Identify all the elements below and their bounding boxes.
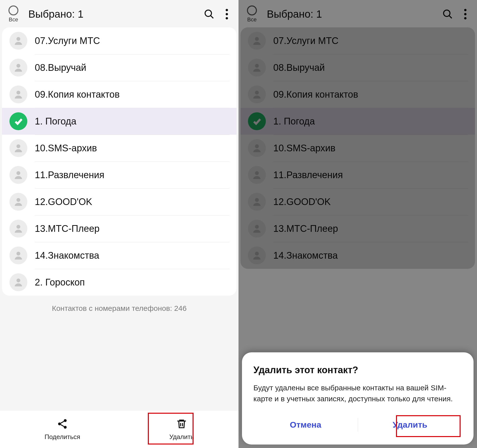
contact-name: 13.МТС-Плеер — [35, 223, 100, 234]
contact-name: 12.GOOD'OK — [273, 197, 331, 207]
select-all-label: Все — [9, 16, 18, 23]
confirm-delete-dialog: Удалить этот контакт? Будут удалены все … — [242, 352, 474, 445]
svg-point-26 — [255, 171, 259, 175]
contacts-counter: Контактов с номерами телефонов: 246 — [0, 296, 238, 318]
svg-point-3 — [226, 13, 228, 15]
contact-name: 12.GOOD'OK — [35, 197, 92, 207]
select-all-toggle[interactable]: Все — [8, 5, 18, 23]
contact-row[interactable]: 11.Развлечения — [240, 162, 475, 188]
contact-row[interactable]: 13.МТС-Плеер — [2, 215, 237, 242]
dialog-body: Будут удалены все выбранные контакты на … — [253, 382, 462, 404]
delete-label: Удалить — [169, 433, 194, 441]
contact-row[interactable]: 12.GOOD'OK — [240, 188, 475, 215]
svg-point-11 — [16, 225, 20, 229]
contact-name: 14.Знакомства — [273, 250, 338, 261]
contact-row[interactable]: 07.Услуги МТС — [240, 27, 475, 54]
contact-row[interactable]: 08.Выручай — [240, 54, 475, 81]
avatar-icon — [248, 59, 266, 77]
contact-row[interactable]: 07.Услуги МТС — [2, 27, 237, 54]
check-icon — [9, 112, 27, 130]
trash-icon — [176, 418, 187, 431]
contact-row[interactable]: 09.Копия контактов — [240, 81, 475, 108]
header: Все Выбрано: 1 — [0, 0, 238, 27]
avatar-icon — [248, 139, 266, 157]
avatar-icon — [248, 193, 266, 211]
more-vert-icon[interactable] — [225, 9, 229, 20]
svg-point-10 — [16, 198, 20, 202]
contact-name: 1. Погода — [35, 116, 76, 127]
avatar-icon — [248, 220, 266, 238]
share-button[interactable]: Поделиться — [37, 416, 88, 443]
contact-row[interactable]: 12.GOOD'OK — [2, 188, 237, 215]
more-vert-icon — [464, 9, 467, 20]
svg-point-28 — [255, 225, 259, 229]
svg-point-2 — [226, 9, 228, 11]
header: Все Выбрано: 1 — [238, 0, 477, 27]
avatar-icon — [9, 273, 27, 291]
svg-point-5 — [16, 37, 20, 41]
header-actions — [204, 9, 229, 20]
svg-point-21 — [464, 17, 467, 20]
contact-name: 10.SMS-архив — [273, 143, 335, 154]
contact-row[interactable]: 09.Копия контактов — [2, 81, 237, 108]
contact-list[interactable]: 07.Услуги МТС08.Выручай09.Копия контакто… — [2, 27, 237, 296]
contact-row[interactable]: 13.МТС-Плеер — [240, 215, 475, 242]
avatar-icon — [248, 246, 266, 264]
delete-button[interactable]: Удалить — [162, 416, 201, 443]
contact-row[interactable]: 14.Знакомства — [240, 242, 475, 269]
svg-point-22 — [255, 37, 259, 41]
select-all-toggle: Все — [247, 5, 257, 23]
contact-name: 1. Погода — [273, 116, 315, 127]
dialog-actions: Отмена Удалить — [253, 415, 462, 435]
header-title: Выбрано: 1 — [267, 8, 435, 20]
svg-point-4 — [226, 17, 228, 20]
avatar-icon — [9, 166, 27, 184]
svg-point-15 — [58, 422, 61, 425]
header-title: Выбрано: 1 — [28, 8, 196, 20]
svg-point-7 — [16, 91, 20, 94]
svg-line-18 — [449, 16, 452, 18]
select-all-label: Все — [247, 16, 257, 23]
contact-row[interactable]: 1. Погода — [240, 108, 475, 135]
svg-point-13 — [16, 279, 20, 282]
search-icon[interactable] — [204, 9, 215, 20]
contact-name: 08.Выручай — [273, 62, 325, 73]
avatar-icon — [9, 85, 27, 103]
confirm-delete-button[interactable]: Удалить — [358, 415, 462, 435]
cancel-button[interactable]: Отмена — [253, 415, 358, 435]
contact-row[interactable]: 08.Выручай — [2, 54, 237, 81]
contact-name: 11.Развлечения — [273, 170, 343, 180]
svg-point-17 — [444, 10, 450, 17]
avatar-icon — [9, 193, 27, 211]
contact-name: 14.Знакомства — [35, 250, 99, 261]
svg-point-12 — [16, 252, 20, 255]
avatar-icon — [248, 32, 266, 50]
contact-row[interactable]: 1. Погода — [2, 108, 237, 135]
avatar-icon — [9, 139, 27, 157]
circle-unchecked-icon — [8, 5, 18, 15]
screen-delete-dialog: Все Выбрано: 1 07.Услуги МТС08.Выручай09… — [238, 0, 477, 448]
contact-name: 07.Услуги МТС — [273, 36, 339, 46]
svg-point-0 — [205, 10, 212, 17]
contact-name: 13.МТС-Плеер — [273, 223, 338, 234]
contact-row[interactable]: 10.SMS-архив — [240, 135, 475, 162]
avatar-icon — [9, 246, 27, 264]
contact-row[interactable]: 14.Знакомства — [2, 242, 237, 269]
contact-name: 09.Копия контактов — [35, 89, 120, 100]
svg-point-23 — [255, 64, 259, 68]
svg-line-1 — [211, 16, 213, 18]
svg-point-14 — [64, 419, 67, 422]
svg-point-6 — [16, 64, 20, 68]
avatar-icon — [9, 32, 27, 50]
contact-name: 10.SMS-архив — [35, 143, 97, 154]
contact-list: 07.Услуги МТС08.Выручай09.Копия контакто… — [240, 27, 475, 269]
search-icon — [442, 9, 453, 20]
contact-row[interactable]: 2. Гороскоп — [2, 269, 237, 296]
contact-row[interactable]: 11.Развлечения — [2, 162, 237, 188]
share-label: Поделиться — [44, 433, 80, 441]
contact-name: 07.Услуги МТС — [35, 36, 100, 46]
circle-unchecked-icon — [247, 5, 257, 15]
header-actions — [442, 9, 467, 20]
svg-point-16 — [64, 426, 67, 429]
contact-row[interactable]: 10.SMS-архив — [2, 135, 237, 162]
